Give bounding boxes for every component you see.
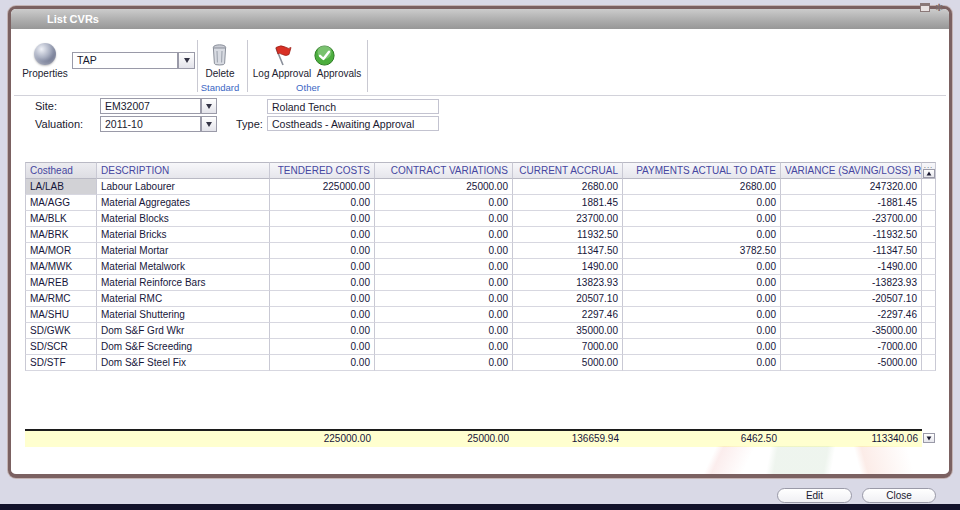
- valuation-label: Valuation:: [35, 118, 83, 130]
- table-row[interactable]: MA/MWKMaterial Metalwork0.000.001490.000…: [25, 259, 936, 275]
- table-cell-tendered: 0.00: [270, 259, 375, 275]
- table-row[interactable]: MA/BRKMaterial Bricks0.000.0011932.500.0…: [25, 227, 936, 243]
- valuation-dropdown-button[interactable]: [201, 116, 217, 132]
- edit-button[interactable]: Edit: [777, 488, 852, 503]
- table-cell-scroll-gutter: [922, 355, 936, 371]
- table-cell-tendered: 225000.00: [270, 179, 375, 195]
- log-approval-flag-icon[interactable]: [270, 44, 294, 67]
- table-cell-costhead: MA/MOR: [25, 243, 97, 259]
- column-header-description[interactable]: DESCRIPTION: [97, 162, 270, 179]
- table-cell-variations: 0.00: [375, 323, 513, 339]
- chevron-down-icon: [206, 122, 212, 127]
- table-cell-tendered: 0.00: [270, 307, 375, 323]
- table-cell-costhead: MA/MWK: [25, 259, 97, 275]
- valuation-input[interactable]: 2011-10: [100, 116, 201, 132]
- window-controls: ✱: [920, 2, 943, 14]
- table-row[interactable]: SD/STFDom S&F Steel Fix0.000.005000.000.…: [25, 355, 936, 371]
- table-cell-variance: -13823.93: [781, 275, 922, 291]
- properties-icon[interactable]: [34, 43, 56, 65]
- table-cell-variations: 0.00: [375, 211, 513, 227]
- total-payments-actual: 6462.50: [623, 431, 781, 447]
- table-row[interactable]: LA/LABLabour Labourer225000.0025000.0026…: [25, 179, 936, 195]
- total-current-accrual: 136659.94: [513, 431, 623, 447]
- approvals-button[interactable]: Approvals: [313, 68, 365, 79]
- group-label-other: Other: [251, 82, 365, 93]
- table-cell-description: Dom S&F Grd Wkr: [97, 323, 270, 339]
- toolbar-combo-input[interactable]: TAP: [72, 52, 178, 69]
- table-row[interactable]: MA/SHUMaterial Shuttering0.000.002297.46…: [25, 307, 936, 323]
- table-cell-scroll-gutter: [922, 179, 936, 195]
- table-cell-variance: 247320.00: [781, 179, 922, 195]
- screen: ✱ List CVRs Properties TAP Delete Standa…: [0, 0, 960, 510]
- log-approval-button[interactable]: Log Approval: [251, 68, 313, 79]
- table-cell-payments: 0.00: [623, 307, 781, 323]
- table-cell-scroll-gutter: [922, 211, 936, 227]
- total-contract-variations: 25000.00: [375, 431, 513, 447]
- close-button[interactable]: Close: [862, 488, 936, 503]
- table-cell-description: Material Bricks: [97, 227, 270, 243]
- table-row[interactable]: MA/BLKMaterial Blocks0.000.0023700.000.0…: [25, 211, 936, 227]
- toolbar-combo-dropdown-button[interactable]: [178, 52, 195, 69]
- table-cell-accrual: 1490.00: [513, 259, 623, 275]
- table-cell-costhead: LA/LAB: [25, 179, 97, 195]
- table-cell-variance: -20507.10: [781, 291, 922, 307]
- column-header-current-accrual[interactable]: CURRENT ACCRUAL: [513, 162, 623, 179]
- table-cell-payments: 2680.00: [623, 179, 781, 195]
- table-cell-costhead: MA/AGG: [25, 195, 97, 211]
- window-options-icon[interactable]: ✱: [935, 2, 943, 14]
- table-cell-variations: 0.00: [375, 355, 513, 371]
- table-cell-costhead: MA/REB: [25, 275, 97, 291]
- name-field[interactable]: Roland Tench: [267, 99, 439, 114]
- table-row[interactable]: SD/GWKDom S&F Grd Wkr0.000.0035000.000.0…: [25, 323, 936, 339]
- table-cell-tendered: 0.00: [270, 291, 375, 307]
- table-cell-accrual: 1881.45: [513, 195, 623, 211]
- scroll-up-icon[interactable]: [923, 169, 935, 178]
- column-header-payments-actual[interactable]: PAYMENTS ACTUAL TO DATE: [623, 162, 781, 179]
- scroll-down-icon[interactable]: [923, 433, 935, 443]
- column-header-tendered-costs[interactable]: TENDERED COSTS: [270, 162, 375, 179]
- table-cell-description: Dom S&F Screeding: [97, 339, 270, 355]
- properties-button[interactable]: Properties: [16, 68, 74, 79]
- column-header-costhead[interactable]: Costhead: [25, 162, 97, 179]
- table-cell-variations: 0.00: [375, 307, 513, 323]
- table-row[interactable]: MA/MORMaterial Mortar0.000.0011347.50378…: [25, 243, 936, 259]
- table-cell-payments: 0.00: [623, 195, 781, 211]
- table-cell-variance: -2297.46: [781, 307, 922, 323]
- table-cell-tendered: 0.00: [270, 355, 375, 371]
- table-cell-costhead: MA/BLK: [25, 211, 97, 227]
- table-cell-description: Material RMC: [97, 291, 270, 307]
- group-label-standard: Standard: [192, 82, 248, 93]
- table-cell-accrual: 7000.00: [513, 339, 623, 355]
- table-cell-costhead: MA/BRK: [25, 227, 97, 243]
- table-cell-variations: 0.00: [375, 259, 513, 275]
- toolbar: Properties TAP Delete Standard Log Appro…: [14, 32, 946, 95]
- table-cell-scroll-gutter: [922, 195, 936, 211]
- table-row[interactable]: MA/RMCMaterial RMC0.000.0020507.100.00-2…: [25, 291, 936, 307]
- table-cell-costhead: MA/RMC: [25, 291, 97, 307]
- site-input[interactable]: EM32007: [100, 98, 201, 114]
- column-header-contract-variations[interactable]: CONTRACT VARIATIONS: [375, 162, 513, 179]
- type-field[interactable]: Costheads - Awaiting Approval: [267, 116, 439, 131]
- table-cell-variations: 0.00: [375, 243, 513, 259]
- table-row[interactable]: MA/AGGMaterial Aggregates0.000.001881.45…: [25, 195, 936, 211]
- table-cell-description: Material Shuttering: [97, 307, 270, 323]
- table-cell-variance: -1490.00: [781, 259, 922, 275]
- toolbar-divider: [14, 95, 946, 96]
- toolbar-separator: [367, 40, 368, 92]
- delete-button[interactable]: Delete: [192, 68, 248, 79]
- table-cell-payments: 3782.50: [623, 243, 781, 259]
- table-row[interactable]: MA/REBMaterial Reinforce Bars0.000.00138…: [25, 275, 936, 291]
- column-header-variance[interactable]: VARIANCE (SAVING/LOSS) RE: [781, 162, 922, 179]
- table-cell-accrual: 13823.93: [513, 275, 623, 291]
- approvals-check-icon[interactable]: [314, 45, 335, 66]
- delete-trash-icon[interactable]: [211, 44, 228, 66]
- table-row[interactable]: SD/SCRDom S&F Screeding0.000.007000.000.…: [25, 339, 936, 355]
- table-cell-accrual: 11347.50: [513, 243, 623, 259]
- table-empty-area: [25, 371, 936, 429]
- table-cell-tendered: 0.00: [270, 323, 375, 339]
- site-dropdown-button[interactable]: [201, 98, 217, 114]
- table-cell-variance: -11347.50: [781, 243, 922, 259]
- table-cell-accrual: 5000.00: [513, 355, 623, 371]
- window-restore-icon[interactable]: [920, 3, 930, 12]
- table-cell-description: Labour Labourer: [97, 179, 270, 195]
